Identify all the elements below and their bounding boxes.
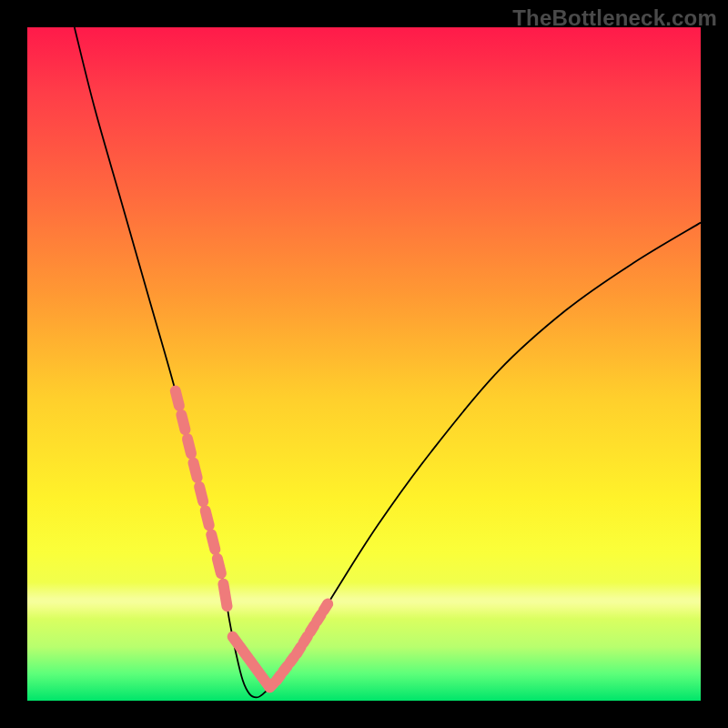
bottleneck-curve xyxy=(75,27,701,697)
marker-dash xyxy=(176,391,179,406)
marker-dash xyxy=(211,534,215,549)
marker-dash xyxy=(310,625,315,632)
curve-svg xyxy=(27,27,701,701)
watermark-text: TheBottleneck.com xyxy=(512,5,717,31)
marker-dash xyxy=(194,463,197,478)
plot-area xyxy=(27,27,701,701)
chart-frame: TheBottleneck.com xyxy=(0,0,728,728)
marker-dash xyxy=(206,511,209,525)
marker-dash xyxy=(187,439,191,453)
marker-dash xyxy=(223,584,227,606)
marker-dash xyxy=(199,487,203,501)
marker-dash xyxy=(303,636,308,642)
marker-dash xyxy=(324,604,329,611)
marker-dash xyxy=(217,559,221,573)
highlight-markers xyxy=(176,391,328,688)
marker-dash xyxy=(181,415,185,430)
marker-dash xyxy=(317,614,321,621)
marker-dash xyxy=(297,647,301,653)
